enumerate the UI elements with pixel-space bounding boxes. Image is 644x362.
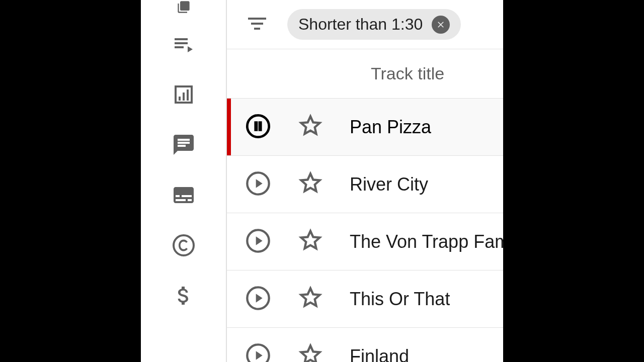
nav-item-monetization[interactable]: [141, 272, 226, 322]
nav-item-comments[interactable]: [141, 121, 226, 171]
star-icon: [297, 113, 324, 141]
dollar-icon: [172, 284, 196, 310]
play-button[interactable]: [245, 171, 271, 198]
star-icon: [297, 342, 324, 363]
track-row[interactable]: Pan Pizza: [227, 99, 503, 156]
track-row[interactable]: This Or That: [227, 270, 503, 328]
svg-rect-2: [259, 122, 262, 130]
filter-chip-label: Shorter than 1:30: [298, 15, 423, 34]
analytics-icon: [172, 82, 196, 109]
filter-bar: Shorter than 1:30: [227, 0, 503, 49]
track-title: Finland: [350, 346, 409, 363]
star-icon: [297, 228, 324, 256]
table-header: Track title: [227, 49, 503, 99]
svg-point-0: [247, 115, 269, 137]
filter-button[interactable]: [242, 10, 272, 40]
play-icon: [245, 285, 271, 313]
copyright-icon: [172, 233, 196, 259]
track-title: Pan Pizza: [350, 117, 431, 138]
pause-button[interactable]: [245, 114, 271, 140]
filter-icon: [245, 12, 269, 38]
sidebar-nav: [141, 0, 226, 362]
favorite-button[interactable]: [297, 343, 324, 363]
nav-item-analytics[interactable]: [141, 70, 226, 121]
track-row[interactable]: The Von Trapp Family: [227, 213, 503, 270]
nav-item-copyright[interactable]: [141, 221, 226, 272]
star-icon: [297, 170, 324, 199]
filter-chip-close[interactable]: [432, 16, 450, 34]
column-header-track-title[interactable]: Track title: [371, 64, 444, 83]
app-viewport: Shorter than 1:30 Track title Pan PizzaR…: [141, 0, 503, 362]
track-row[interactable]: River City: [227, 156, 503, 213]
playlist-icon: [172, 32, 196, 58]
play-button[interactable]: [245, 229, 271, 255]
play-icon: [245, 228, 271, 256]
library-icon: [172, 0, 196, 16]
subtitles-icon: [172, 183, 196, 209]
track-title: The Von Trapp Family: [350, 231, 503, 252]
track-list: Pan PizzaRiver CityThe Von Trapp FamilyT…: [227, 99, 503, 362]
favorite-button[interactable]: [297, 114, 324, 140]
star-icon: [297, 285, 324, 313]
play-icon: [245, 342, 271, 363]
filter-chip[interactable]: Shorter than 1:30: [287, 9, 461, 40]
play-button[interactable]: [245, 286, 271, 312]
close-icon: [436, 15, 446, 34]
favorite-button[interactable]: [297, 286, 324, 312]
play-icon: [245, 170, 271, 199]
pause-icon: [245, 113, 271, 141]
track-row[interactable]: Finland: [227, 328, 503, 362]
comments-icon: [172, 133, 196, 159]
nav-item-playlist[interactable]: [141, 20, 226, 70]
favorite-button[interactable]: [297, 229, 324, 255]
nav-item-library[interactable]: [141, 0, 226, 20]
favorite-button[interactable]: [297, 171, 324, 198]
play-button[interactable]: [245, 343, 271, 363]
track-title: River City: [350, 174, 428, 195]
main-content: Shorter than 1:30 Track title Pan PizzaR…: [226, 0, 503, 362]
nav-item-subtitles[interactable]: [141, 171, 226, 221]
track-title: This Or That: [350, 289, 450, 310]
svg-rect-1: [255, 122, 258, 130]
